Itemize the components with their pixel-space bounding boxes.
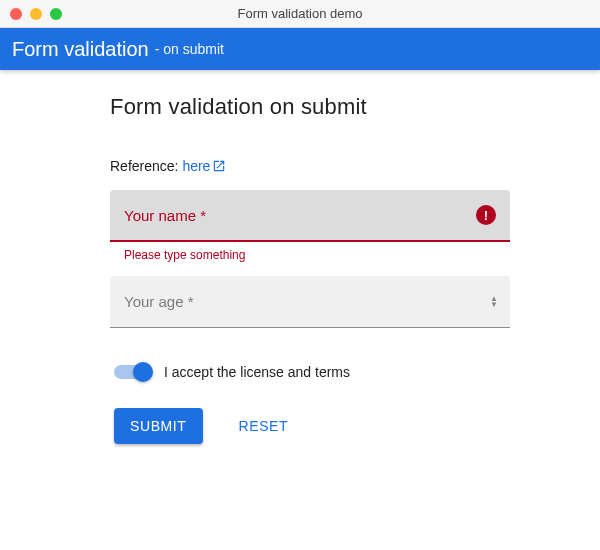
age-field[interactable]: Your age * ▲▼	[110, 276, 510, 328]
terms-row: I accept the license and terms	[110, 364, 584, 380]
age-placeholder: Your age *	[124, 293, 194, 310]
reference-link[interactable]: here	[182, 158, 226, 174]
reference-line: Reference: here	[110, 158, 584, 174]
window-titlebar: Form validation demo	[0, 0, 600, 28]
terms-label: I accept the license and terms	[164, 364, 350, 380]
window-title: Form validation demo	[0, 6, 600, 21]
submit-button[interactable]: Submit	[114, 408, 203, 444]
button-row: Submit Reset	[110, 408, 584, 444]
app-bar: Form validation - on submit	[0, 28, 600, 70]
page-heading: Form validation on submit	[110, 94, 584, 120]
terms-switch[interactable]	[114, 365, 150, 379]
name-placeholder: Your name *	[124, 207, 206, 224]
appbar-subtitle: - on submit	[155, 41, 224, 57]
external-link-icon	[212, 159, 226, 173]
number-spinner-icon[interactable]: ▲▼	[490, 296, 498, 308]
reference-label: Reference:	[110, 158, 182, 174]
switch-thumb	[133, 362, 153, 382]
appbar-title: Form validation	[12, 38, 149, 61]
reference-link-text: here	[182, 158, 210, 174]
reset-button[interactable]: Reset	[223, 408, 305, 444]
main-content: Form validation on submit Reference: her…	[0, 70, 600, 444]
error-icon: !	[476, 205, 496, 225]
name-error-message: Please type something	[110, 242, 510, 262]
name-field[interactable]: Your name * !	[110, 190, 510, 242]
